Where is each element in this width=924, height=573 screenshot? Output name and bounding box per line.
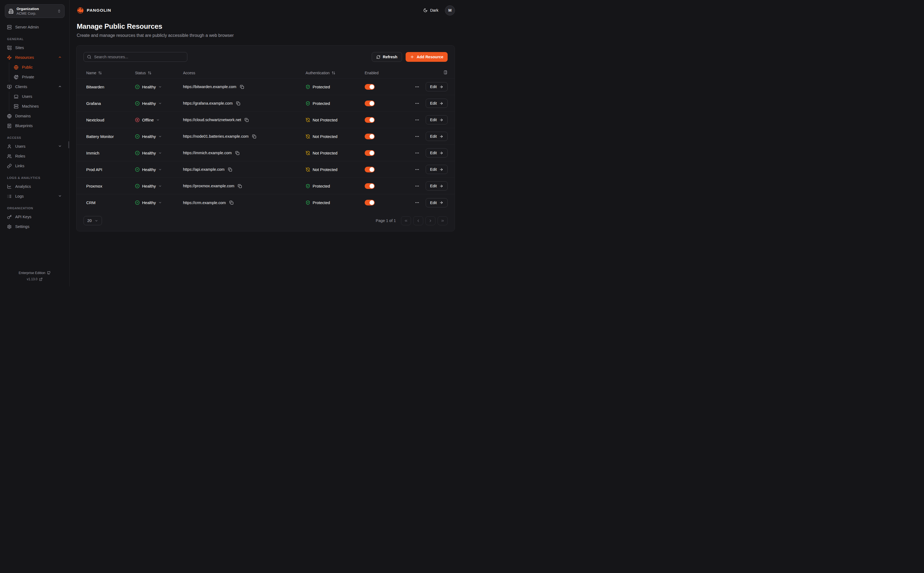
chevron-down-icon (158, 151, 162, 155)
sidebar-item-machines[interactable]: Machines (9, 101, 69, 111)
page-size-select[interactable]: 20 (83, 216, 102, 225)
copy-url-button[interactable] (236, 101, 240, 105)
row-menu-button[interactable] (415, 85, 420, 89)
last-page-button[interactable] (438, 216, 448, 225)
sidebar-item-users[interactable]: Users (0, 141, 69, 151)
sidebar-item-settings[interactable]: Settings (0, 222, 69, 232)
add-resource-button[interactable]: Add Resource (406, 52, 448, 62)
brand-logo[interactable]: PANGOLIN (77, 7, 111, 14)
enabled-toggle[interactable] (365, 200, 375, 205)
enabled-toggle[interactable] (365, 117, 375, 123)
chevron-down-icon (58, 194, 62, 198)
org-selector[interactable]: Organization ACME Corp. (5, 4, 64, 18)
copy-url-button[interactable] (238, 184, 242, 188)
table-footer: 20 Page 1 of 1 (77, 211, 455, 231)
status-dropdown[interactable]: Healthy (135, 184, 162, 188)
column-header-authentication[interactable]: Authentication (305, 71, 365, 75)
edit-button[interactable]: Edit (426, 82, 448, 91)
status-dropdown[interactable]: Healthy (135, 151, 162, 155)
copy-url-button[interactable] (228, 168, 232, 172)
circle-check-icon (135, 85, 139, 89)
next-page-button[interactable] (425, 216, 435, 225)
table-row: Nextcloud Offline https://cloud.schwartz… (77, 112, 455, 128)
edit-button[interactable]: Edit (426, 165, 448, 174)
sidebar-item-sites[interactable]: Sites (0, 43, 69, 53)
sidebar-scrollbar-thumb[interactable] (68, 141, 69, 148)
theme-toggle[interactable]: Dark (423, 8, 439, 13)
edition-label: Enterprise Edition (0, 271, 69, 275)
resource-url: https://crm.example.com (183, 200, 226, 205)
enabled-toggle[interactable] (365, 100, 375, 106)
auth-status: Not Protected (305, 167, 365, 172)
status-dropdown[interactable]: Healthy (135, 134, 162, 139)
copy-url-button[interactable] (244, 118, 249, 122)
enabled-toggle[interactable] (365, 134, 375, 139)
sidebar-item-users[interactable]: Users (9, 92, 69, 101)
enabled-toggle[interactable] (365, 84, 375, 90)
version-link[interactable]: v1.13.0 (0, 277, 69, 281)
sidebar-item-api-keys[interactable]: API Keys (0, 212, 69, 222)
edit-button[interactable]: Edit (426, 198, 448, 207)
sidebar-item-analytics[interactable]: Analytics (0, 182, 69, 191)
status-dropdown[interactable]: Offline (135, 117, 160, 122)
edit-button[interactable]: Edit (426, 148, 448, 158)
row-menu-button[interactable] (415, 134, 420, 139)
plus-icon (410, 55, 414, 59)
row-menu-button[interactable] (415, 167, 420, 172)
row-menu-button[interactable] (415, 151, 420, 155)
shield-check-icon (305, 101, 310, 106)
user-icon (7, 144, 12, 149)
auth-status: Protected (305, 184, 365, 188)
resource-url: https://proxmox.example.com (183, 184, 234, 188)
sidebar-footer: Enterprise Edition v1.13.0 (0, 271, 69, 281)
brand-name: PANGOLIN (87, 8, 111, 13)
sidebar-item-private[interactable]: Private (9, 72, 69, 82)
chevron-down-icon (58, 144, 62, 148)
enabled-toggle[interactable] (365, 167, 375, 172)
row-menu-button[interactable] (415, 117, 420, 122)
sidebar: Organization ACME Corp. Server AdminGENE… (0, 0, 70, 286)
avatar[interactable]: M (445, 5, 455, 16)
sidebar-item-roles[interactable]: Roles (0, 151, 69, 161)
enabled-toggle[interactable] (365, 183, 375, 189)
status-dropdown[interactable]: Healthy (135, 101, 162, 106)
copy-url-button[interactable] (229, 200, 233, 205)
columns-settings-button[interactable] (443, 70, 448, 75)
row-menu-button[interactable] (415, 200, 420, 205)
resource-url: https://cloud.schwartznetwork.net (183, 117, 241, 122)
copy-url-button[interactable] (235, 151, 240, 155)
column-header-status[interactable]: Status (135, 71, 183, 75)
edit-button[interactable]: Edit (426, 132, 448, 141)
copy-url-button[interactable] (240, 85, 244, 89)
sidebar-item-resources[interactable]: Resources (0, 53, 69, 63)
chevron-up-icon (58, 55, 62, 59)
refresh-button[interactable]: Refresh (372, 52, 402, 62)
search-icon (87, 55, 91, 59)
sidebar-item-server-admin[interactable]: Server Admin (0, 22, 69, 32)
table-row: Immich Healthy https://immich.example.co… (77, 145, 455, 161)
nav-section-heading: ACCESS (0, 131, 69, 141)
sidebar-item-clients[interactable]: Clients (0, 82, 69, 92)
row-menu-button[interactable] (415, 184, 420, 188)
sidebar-item-domains[interactable]: Domains (0, 111, 69, 121)
sidebar-item-links[interactable]: Links (0, 161, 69, 171)
copy-url-button[interactable] (252, 135, 256, 138)
prev-page-button[interactable] (413, 216, 423, 225)
status-dropdown[interactable]: Healthy (135, 200, 162, 205)
first-page-button[interactable] (401, 216, 411, 225)
status-dropdown[interactable]: Healthy (135, 167, 162, 172)
enabled-toggle[interactable] (365, 150, 375, 156)
status-dropdown[interactable]: Healthy (135, 85, 162, 89)
sidebar-item-logs[interactable]: Logs (0, 191, 69, 201)
building-icon (8, 9, 14, 14)
auth-status: Not Protected (305, 134, 365, 139)
column-header-name[interactable]: Name (83, 71, 135, 75)
edit-button[interactable]: Edit (426, 115, 448, 124)
sidebar-item-public[interactable]: Public (9, 63, 69, 72)
edit-button[interactable]: Edit (426, 181, 448, 191)
edit-button[interactable]: Edit (426, 99, 448, 108)
search-input[interactable] (94, 55, 184, 59)
row-menu-button[interactable] (415, 101, 420, 106)
copy-icon (244, 118, 249, 122)
sidebar-item-blueprints[interactable]: Blueprints (0, 121, 69, 131)
